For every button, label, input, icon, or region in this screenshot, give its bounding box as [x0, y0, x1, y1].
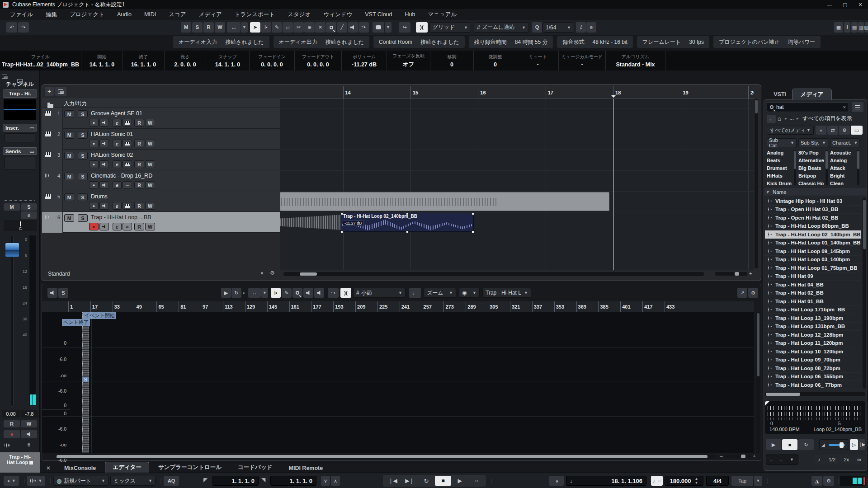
range-tool-icon[interactable]: I▪ — [261, 22, 271, 33]
hihat-event-tail[interactable] — [280, 213, 341, 232]
menu-4[interactable]: MIDI — [138, 11, 162, 18]
scissors-tool-icon[interactable]: ✂ — [293, 22, 304, 33]
event-resize-handle[interactable] — [340, 230, 343, 233]
track-settings-gear-icon[interactable]: ⚙ — [270, 270, 275, 276]
close-lower-zone-icon[interactable]: ✕ — [42, 464, 55, 473]
result-row-8[interactable]: Trap - Hi Hat Loop 01_75bpm_BB — [765, 264, 861, 272]
result-row-4[interactable]: Trap - Hi-Hat Loop 02_140bpm_BB — [765, 230, 861, 239]
hzoom-knob[interactable] — [735, 272, 739, 276]
result-row-12[interactable]: Trap - Hi Hat 01_BB — [765, 297, 861, 306]
track-solo-button[interactable]: S — [78, 152, 88, 160]
status-item-4[interactable]: 録音形式48 kHz - 16 bit — [557, 36, 632, 48]
track-monitor-button[interactable] — [99, 160, 109, 168]
track-mute-button[interactable]: M — [64, 152, 74, 160]
filter-item[interactable]: Beats — [767, 158, 793, 163]
track-row-3[interactable]: 3HALion Sonic 02MS●eRW — [42, 150, 280, 170]
arrange-vscrollbar[interactable] — [755, 99, 758, 268]
right-locator-field[interactable]: 1. 1. 1. 0 — [270, 476, 316, 486]
result-row-1[interactable]: Trap - Open Hi Hat 03_BB — [765, 206, 861, 214]
track-read-button[interactable]: R — [134, 119, 144, 127]
filter-item[interactable]: Bright — [830, 173, 856, 178]
inspector-toggle-icon[interactable]: I — [844, 22, 850, 33]
results-name-header[interactable]: ◤ Name — [764, 188, 867, 196]
track-edit-button[interactable]: e — [113, 181, 122, 189]
info-field-8[interactable]: フェーズを反転オフ — [387, 51, 430, 70]
info-field-5[interactable]: フェードイン0. 0. 0. 0 — [250, 51, 295, 70]
maximize-button[interactable]: ▢ — [837, 0, 853, 9]
time-signature-field[interactable]: 4/4 — [706, 476, 729, 486]
solo-region-marker[interactable]: S — [82, 377, 89, 382]
result-row-16[interactable]: Trap - Hat Loop 12_128bpm — [765, 331, 861, 339]
selected-audio-event[interactable]: Trap - Hi-Hat Loop 02_140bpm_BB-11.27 dB — [341, 213, 474, 232]
reset-filter-icon[interactable]: « — [816, 126, 826, 135]
results-hscrollbar[interactable] — [765, 392, 865, 396]
channel-record-button[interactable]: ● — [4, 430, 20, 438]
media-search-box[interactable]: hat × — [767, 102, 849, 112]
channel-edit-button[interactable]: e — [21, 211, 37, 219]
editor-hzoom-out-icon[interactable]: – — [720, 454, 723, 459]
editor-vscrollbar[interactable] — [756, 312, 760, 453]
auto-scroll-icon[interactable]: ↪ — [399, 22, 410, 33]
filter-item[interactable]: Kick Drum — [767, 181, 793, 186]
track-write-button[interactable]: W — [145, 202, 155, 210]
filter-item[interactable]: Big Beats — [798, 165, 825, 171]
playhead-handle[interactable] — [611, 95, 616, 99]
acoustic-feedback-icon[interactable] — [47, 288, 57, 298]
editor-loop-icon[interactable]: ↻ — [231, 288, 241, 298]
editor-scrub-icon[interactable] — [303, 288, 313, 298]
info-field-12[interactable]: ミュージカルモード- — [559, 51, 606, 70]
zoom-preset-label[interactable]: Standard — [48, 271, 70, 277]
result-row-14[interactable]: Trap - Hat Loop 13_190bpm — [765, 314, 861, 323]
fader-track[interactable] — [11, 235, 14, 407]
result-row-0[interactable]: Vintage Hip Hop - Hi Hat 03 — [765, 197, 861, 206]
fader-value[interactable]: 0.00 — [2, 410, 20, 418]
auto-quantize-button[interactable]: AQ — [164, 476, 179, 486]
editor-selection-dropdown[interactable]: ▼ — [261, 288, 268, 298]
event-start-flag[interactable]: イベント開始 — [83, 312, 116, 319]
track-mute-button[interactable]: M — [64, 173, 74, 180]
track-write-button[interactable]: W — [145, 140, 155, 147]
right-zone-toggle-icon[interactable]: ▧ — [865, 22, 868, 33]
media-type-dropdown[interactable]: すべてのメディアタ.▼ — [767, 126, 814, 135]
sends-header[interactable]: Sends▭ — [3, 147, 37, 155]
result-row-13[interactable]: Trap - Hat Loop 171bpm_BB — [765, 306, 861, 314]
editor-autoscroll-icon[interactable]: ↪ — [328, 288, 339, 298]
channel-read-button[interactable]: R — [4, 420, 20, 427]
track-row-4[interactable]: 4Cinematic - Drop 16_RDMS●e∞RW — [42, 170, 280, 191]
editor-part-dropdown[interactable]: Trap - Hi-Hat L.▼ — [482, 288, 531, 298]
loop-playback-icon[interactable]: ∞ — [857, 456, 861, 463]
track-row-5[interactable]: 5DrumsMS●eRW — [42, 191, 280, 212]
speed-double-button[interactable]: 2x — [844, 457, 849, 462]
event-end-flag[interactable]: ベント終了 — [62, 319, 90, 326]
line-tool-icon[interactable]: ╱ — [337, 22, 347, 33]
track-edit-button[interactable]: e — [113, 140, 122, 147]
quantize-dropdown[interactable]: 1/64▼ — [542, 22, 574, 33]
left-locator-field[interactable]: 1. 1. 1. 0 — [212, 476, 259, 486]
track-solo-button[interactable]: S — [78, 214, 88, 222]
hzoom-in-icon[interactable]: + — [749, 271, 752, 276]
editor-solo-button[interactable]: S — [58, 288, 68, 298]
result-row-17[interactable]: Trap - Hat Loop 11_120bpm — [765, 339, 861, 348]
menu-1[interactable]: 編集 — [39, 11, 63, 19]
feedback-bubble-icon[interactable] — [373, 22, 384, 33]
stop-button[interactable]: ■ — [435, 476, 451, 486]
menu-2[interactable]: プロジェクト — [63, 11, 111, 19]
close-button[interactable]: ✕ — [853, 0, 868, 9]
automation-w-button[interactable]: W — [215, 22, 225, 33]
track-read-button[interactable]: R — [134, 140, 144, 147]
filter-header-1[interactable]: Sub Sty.▼ — [798, 138, 828, 147]
hzoom-slider[interactable] — [715, 272, 747, 276]
filter-item[interactable]: HiHats — [767, 173, 793, 178]
editor-quantize-note-icon[interactable]: ♩ — [409, 288, 421, 298]
preview-play-icon[interactable]: ▶ — [766, 439, 781, 450]
status-item-1[interactable]: オーディオ出力接続されました — [274, 36, 370, 48]
editor-play-icon[interactable]: ▶ — [221, 288, 231, 298]
result-row-9[interactable]: Trap - Hi Hat 09 — [765, 272, 861, 281]
track-mute-button[interactable]: M — [64, 193, 74, 201]
editor-setup-gear-icon[interactable]: ⚙ — [748, 288, 758, 298]
filter-item[interactable]: 80's Pop — [798, 150, 825, 155]
volume-slider-knob[interactable] — [840, 442, 844, 448]
channel-curve-display[interactable] — [4, 99, 36, 120]
editor-collapse-icon[interactable]: ◂ — [242, 291, 245, 295]
zoom-preset-caret-icon[interactable]: ▼ — [260, 271, 264, 276]
